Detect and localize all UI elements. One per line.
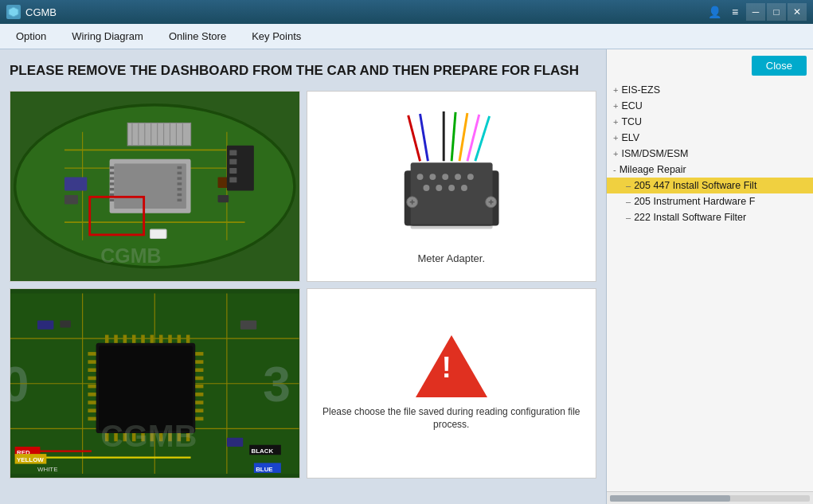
tree-item-eis-ezs[interactable]: + EIS-EZS [607,82,813,98]
tree-item-elv[interactable]: + ELV [607,130,813,146]
svg-point-53 [436,185,442,191]
tree-item-ism[interactable]: + ISM/DSM/ESM [607,146,813,162]
svg-rect-98 [195,408,203,412]
menu-store[interactable]: Online Store [156,27,239,45]
svg-rect-122 [240,320,256,329]
svg-rect-90 [88,416,96,420]
svg-point-54 [448,185,455,191]
svg-marker-0 [9,7,18,17]
svg-rect-27 [127,123,190,146]
warning-triangle-icon [416,335,487,397]
minimize-button[interactable]: ─ [746,3,765,21]
svg-rect-85 [88,376,96,380]
svg-rect-13 [110,188,115,190]
svg-point-51 [467,174,474,180]
svg-rect-104 [141,334,145,342]
svg-rect-15 [110,199,115,201]
svg-point-50 [455,174,461,180]
svg-rect-86 [88,384,96,388]
svg-point-49 [442,174,448,180]
tree-item-label: 205 447 Install Software Filt [634,180,756,191]
svg-text:WHITE: WHITE [37,465,57,472]
titlebar: CGMB 👤 ≡ ─ □ ✕ [0,0,813,24]
app-title: CGMB [25,6,705,18]
svg-point-55 [461,185,467,191]
svg-rect-10 [110,172,115,174]
expand-icon: + [613,101,618,111]
svg-rect-70 [410,225,492,229]
svg-rect-41 [229,178,236,183]
svg-rect-108 [178,334,182,342]
svg-rect-91 [195,352,203,356]
expand-icon: + [613,133,618,143]
menu-wiring[interactable]: Wiring Diagram [59,27,156,45]
main-layout: PLEASE REMOVE THE DASHBOARD FROM THE CAR… [0,49,813,504]
svg-rect-22 [178,199,182,201]
maximize-button[interactable]: □ [767,3,786,21]
svg-rect-120 [37,320,53,329]
svg-rect-88 [88,400,96,404]
svg-text:CGMB: CGMB [100,244,161,267]
svg-text:YELLOW: YELLOW [17,456,44,463]
svg-rect-123 [227,437,243,446]
svg-rect-82 [88,352,96,356]
tree-item-sub3[interactable]: – 222 Install Software Filter [607,209,813,225]
pcb-bottom-image: 0 3 [10,288,300,479]
svg-rect-97 [195,400,203,404]
menubar: Option Wiring Diagram Online Store Key P… [0,24,813,49]
content-area: PLEASE REMOVE THE DASHBOARD FROM THE CAR… [0,49,606,504]
tree-item-label: ECU [621,100,642,111]
collapse-icon: – [626,181,631,190]
svg-point-52 [423,185,429,191]
instruction-text: PLEASE REMOVE THE DASHBOARD FROM THE CAR… [10,59,596,83]
meter-adapter-label: Meter Adapter. [417,252,485,264]
menu-keypoints[interactable]: Key Points [239,27,314,45]
svg-rect-84 [88,368,96,372]
svg-rect-109 [186,334,190,342]
tree-item-ecu[interactable]: + ECU [607,98,813,114]
svg-rect-83 [88,360,96,364]
svg-rect-96 [195,393,203,397]
close-button[interactable]: Close [752,56,807,76]
close-btn-row: Close [607,49,813,79]
svg-text:BLACK: BLACK [251,447,273,455]
menu-icon[interactable]: ≡ [725,3,745,21]
expand-icon: + [613,117,618,127]
svg-line-64 [432,112,436,161]
expand-icon: + [613,85,618,95]
svg-rect-40 [229,168,236,174]
svg-rect-100 [105,334,109,342]
tree-item-mileage[interactable]: - Mileage Repair [607,162,813,178]
tree-item-tcu[interactable]: + TCU [607,114,813,130]
tree-item-label: 205 Instrument Hardware F [634,196,755,207]
svg-point-47 [416,174,423,180]
tree-item-label: TCU [621,116,642,127]
window-close-button[interactable]: ✕ [788,3,807,21]
tree-item-label: Mileage Repair [620,164,686,175]
tree-item-sub1[interactable]: – 205 447 Install Software Filt [607,178,813,193]
svg-line-63 [420,114,428,161]
svg-rect-46 [410,163,492,226]
expand-icon: + [613,149,618,158]
svg-rect-19 [178,182,182,185]
svg-rect-121 [60,320,71,327]
tree-scrollbar[interactable] [607,491,813,504]
tree-panel[interactable]: + EIS-EZS+ ECU+ TCU+ ELV+ ISM/DSM/ESM- M… [607,79,813,491]
svg-rect-107 [168,334,172,342]
menu-option[interactable]: Option [3,27,59,45]
svg-line-66 [451,112,455,161]
user-icon[interactable]: 👤 [705,3,724,21]
svg-rect-101 [114,334,118,342]
svg-rect-11 [110,178,115,180]
pcb-top-image: CGMB [10,91,300,282]
svg-rect-103 [132,334,136,342]
svg-rect-87 [88,393,96,397]
collapse-icon: – [626,213,631,222]
svg-rect-94 [195,376,203,380]
svg-rect-106 [159,334,163,342]
tree-item-sub2[interactable]: – 205 Instrument Hardware F [607,193,813,209]
svg-rect-38 [229,150,236,156]
svg-point-48 [429,174,436,180]
svg-rect-20 [178,188,182,190]
svg-rect-9 [110,166,115,169]
